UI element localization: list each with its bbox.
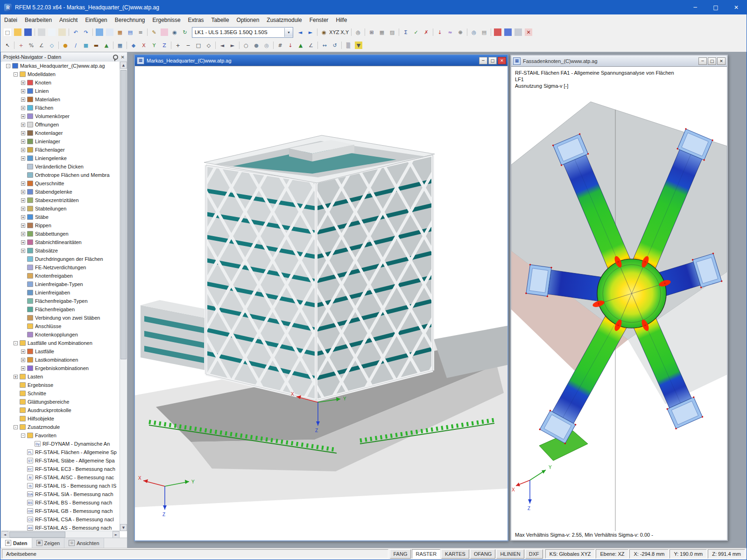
show-loads-icon[interactable]: ↓ bbox=[285, 40, 296, 50]
scroll-thumb[interactable] bbox=[9, 532, 65, 538]
tree-item[interactable]: BSRF-STAHL BS - Bemessung nach bbox=[1, 498, 120, 507]
pan-view-icon[interactable]: ↔ bbox=[319, 40, 330, 50]
tree-item[interactable]: +Lastkombinationen bbox=[1, 356, 120, 364]
load-case-combo[interactable]: LK1 - ULS 1.35EG 1.50Q 1.50S ▼ bbox=[192, 27, 293, 38]
stress-view[interactable]: Y X Z RF-STAHL Flächen FA1 - Allgemeine … bbox=[511, 66, 727, 540]
background-icon[interactable]: ▒ bbox=[343, 40, 353, 50]
workplane-icon[interactable]: ◇ bbox=[47, 40, 57, 50]
title-bar[interactable]: R RFEM 5.22.03 x64 - Markas_Headquarter_… bbox=[0, 0, 747, 14]
rotate-view-icon[interactable]: ↻ bbox=[180, 27, 190, 37]
tree-item[interactable]: Flächenfreigaben bbox=[1, 305, 120, 314]
tree-item[interactable]: +Linien bbox=[1, 87, 120, 95]
new-node-icon[interactable]: ● bbox=[60, 40, 70, 50]
scroll-thumb[interactable] bbox=[120, 70, 127, 359]
eraser-icon[interactable] bbox=[159, 27, 169, 37]
toggle-ofang[interactable]: OFANG bbox=[470, 549, 496, 559]
tab-Daten[interactable]: ▤Daten bbox=[1, 538, 32, 548]
tree-item[interactable]: -Modelldaten bbox=[1, 70, 120, 78]
menu-extras[interactable]: Extras bbox=[184, 15, 208, 25]
close-icon[interactable]: ✕ bbox=[498, 57, 506, 64]
menu-ergebnisse[interactable]: Ergebnisse bbox=[149, 15, 184, 25]
menu-datei[interactable]: Datei bbox=[0, 15, 21, 25]
tree-item[interactable]: ASRF-STAHL AS - Bemessung nach bbox=[1, 524, 120, 531]
mesh-settings-icon[interactable]: ▨ bbox=[387, 27, 397, 37]
minimize-button[interactable]: ─ bbox=[479, 57, 487, 64]
tree-item[interactable]: +Liniengelenke bbox=[1, 154, 120, 162]
menu-berechnung[interactable]: Berechnung bbox=[111, 15, 149, 25]
mesh-icon[interactable]: ⊞ bbox=[366, 27, 377, 37]
tree-item[interactable]: Glättungsbereiche bbox=[1, 398, 120, 406]
menu-zusatzmodule[interactable]: Zusatzmodule bbox=[263, 15, 305, 25]
close-panel-icon[interactable]: ✕ bbox=[121, 55, 125, 60]
view-x-icon[interactable]: X bbox=[139, 40, 149, 50]
zoom-all-icon[interactable]: ◇ bbox=[204, 40, 214, 50]
tree-item[interactable]: +Stabbettungen bbox=[1, 230, 120, 238]
new-file-icon[interactable]: □ bbox=[2, 27, 13, 37]
stress-window-titlebar[interactable]: ▦ Fassadenknoten_(C)www.atp.ag ─ □ ✕ bbox=[511, 56, 727, 66]
tree-item[interactable]: Linienfreigaben bbox=[1, 288, 120, 297]
undo-icon[interactable]: ↶ bbox=[70, 27, 81, 37]
tree-item[interactable]: -Markas_Headquarter_(C)www.atp.ag bbox=[1, 62, 120, 70]
guideline-icon[interactable]: ∠ bbox=[36, 40, 47, 50]
tree-item[interactable]: Linienfreigabe-Typen bbox=[1, 280, 120, 288]
minimize-button[interactable]: ─ bbox=[685, 0, 705, 14]
copy-icon[interactable] bbox=[57, 27, 67, 37]
new-support-icon[interactable]: ▲ bbox=[101, 40, 112, 50]
orbit-view-icon[interactable]: ↺ bbox=[330, 40, 340, 50]
tree-item[interactable]: Verbindung von zwei Stäben bbox=[1, 314, 120, 322]
tree-item[interactable]: FE-Netzverdichtungen bbox=[1, 263, 120, 272]
fe-mesh-icon[interactable]: ▦ bbox=[377, 27, 387, 37]
wireframe-icon[interactable]: ○ bbox=[241, 40, 251, 50]
tree-item[interactable]: +Knotenlager bbox=[1, 129, 120, 137]
snap-icon[interactable]: + bbox=[16, 40, 26, 50]
printout-report-icon[interactable]: ≡ bbox=[135, 27, 146, 37]
tree-item[interactable]: Ergebnisse bbox=[1, 381, 120, 389]
tree-item[interactable]: -Favoriten bbox=[1, 431, 120, 440]
table-icon[interactable]: ▦ bbox=[115, 27, 125, 37]
tab-Zeigen[interactable]: ▦Zeigen bbox=[32, 538, 65, 548]
tree-item[interactable]: Flächenfreigabe-Typen bbox=[1, 297, 120, 305]
tree-item[interactable]: +Querschnitte bbox=[1, 179, 120, 188]
toggle-hlinien[interactable]: HLINIEN bbox=[496, 549, 524, 559]
tree-item[interactable]: GBRF-STAHL GB - Bemessung nach bbox=[1, 507, 120, 515]
tree-item[interactable]: STRF-STAHL Stäbe - Allgemeine Spa bbox=[1, 456, 120, 465]
tab-Ansichten[interactable]: ◎Ansichten bbox=[64, 538, 104, 548]
menu-tabelle[interactable]: Tabelle bbox=[208, 15, 233, 25]
menu-hilfe[interactable]: Hilfe bbox=[332, 15, 351, 25]
tree-item[interactable]: +Stäbe bbox=[1, 213, 120, 221]
menu-bearbeiten[interactable]: Bearbeiten bbox=[21, 15, 56, 25]
exit-icon[interactable]: ✕ bbox=[523, 27, 534, 37]
pencil-icon[interactable]: ✎ bbox=[149, 27, 159, 37]
visibility-icon[interactable]: ◎ bbox=[469, 27, 479, 37]
tree-item[interactable]: Anschlüsse bbox=[1, 322, 120, 330]
tree-item[interactable]: +Rippen bbox=[1, 221, 120, 230]
nav-forward-icon[interactable]: ► bbox=[305, 27, 316, 37]
tree-item[interactable]: +Flächenlager bbox=[1, 146, 120, 154]
toggle-dxf[interactable]: DXF bbox=[525, 549, 543, 559]
close-icon[interactable]: ✕ bbox=[717, 57, 726, 65]
dynamics-icon[interactable]: ≈ bbox=[445, 27, 455, 37]
zoom-icon[interactable]: ◉ bbox=[169, 27, 180, 37]
grid-icon[interactable]: ▤ bbox=[125, 27, 135, 37]
tree-item[interactable]: Knotenkopplungen bbox=[1, 330, 120, 339]
color-scale-icon[interactable]: ▼ bbox=[353, 40, 364, 50]
show-values-xy-icon[interactable]: X,Y bbox=[339, 27, 350, 37]
menu-ansicht[interactable]: Ansicht bbox=[56, 15, 81, 25]
tree-item[interactable]: +Lastfälle bbox=[1, 347, 120, 356]
print-preview-icon[interactable] bbox=[47, 27, 57, 37]
tree-item[interactable]: Knotenfreigaben bbox=[1, 272, 120, 280]
model-window-titlebar[interactable]: ▦ Markas_Headquarter_(C)www.atp.ag ─ □ ✕ bbox=[135, 55, 507, 66]
tree-item[interactable]: SIARF-STAHL SIA - Bemessung nach bbox=[1, 490, 120, 498]
zoom-window-icon[interactable]: □ bbox=[193, 40, 204, 50]
toggle-raster[interactable]: RASTER bbox=[412, 549, 440, 559]
tree-item[interactable]: +Flächen bbox=[1, 104, 120, 112]
maximize-button[interactable]: □ bbox=[705, 0, 726, 14]
find-node-icon[interactable]: ◉ bbox=[319, 27, 329, 37]
shaded-icon[interactable]: ● bbox=[251, 40, 261, 50]
chevron-down-icon[interactable]: ▼ bbox=[284, 28, 293, 37]
tree-item[interactable]: +Stabexzentrizitäten bbox=[1, 196, 120, 204]
new-surface-icon[interactable]: ■ bbox=[81, 40, 91, 50]
view-isometric-icon[interactable]: ◆ bbox=[128, 40, 139, 50]
scroll-up-icon[interactable]: ▲ bbox=[120, 62, 127, 69]
stop-calc-icon[interactable]: ✗ bbox=[421, 27, 431, 37]
